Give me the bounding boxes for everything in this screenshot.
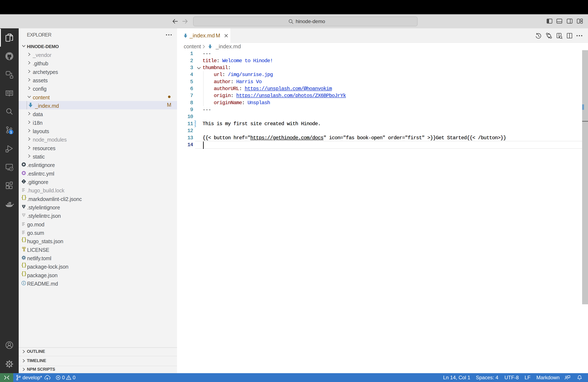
svg-text:1: 1 (10, 130, 12, 134)
